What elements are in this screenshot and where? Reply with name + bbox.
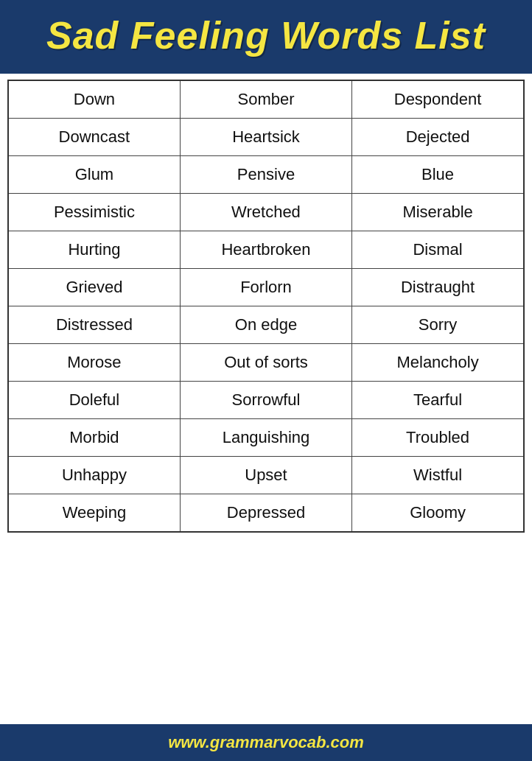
table-container: DownSomberDespondentDowncastHeartsickDej… bbox=[0, 74, 532, 724]
table-row: HurtingHeartbrokenDismal bbox=[8, 231, 524, 269]
table-cell: Forlorn bbox=[180, 269, 351, 306]
table-cell: Tearful bbox=[352, 382, 524, 419]
table-cell: Hurting bbox=[8, 231, 180, 269]
page-title: Sad Feeling Words List bbox=[46, 14, 486, 57]
table-cell: Morose bbox=[8, 344, 180, 382]
table-cell: Somber bbox=[180, 80, 351, 119]
page-footer: www.grammarvocab.com bbox=[0, 724, 532, 761]
table-cell: Glum bbox=[8, 156, 180, 194]
table-cell: Heartsick bbox=[180, 119, 351, 156]
table-cell: Dejected bbox=[352, 119, 524, 156]
table-row: GrievedForlornDistraught bbox=[8, 269, 524, 306]
words-table: DownSomberDespondentDowncastHeartsickDej… bbox=[7, 80, 525, 533]
table-cell: On edge bbox=[180, 306, 351, 344]
table-row: DownSomberDespondent bbox=[8, 80, 524, 119]
table-row: MorbidLanguishingTroubled bbox=[8, 419, 524, 457]
table-cell: Pessimistic bbox=[8, 194, 180, 231]
table-row: DowncastHeartsickDejected bbox=[8, 119, 524, 156]
page-header: Sad Feeling Words List bbox=[0, 0, 532, 74]
table-cell: Depressed bbox=[180, 494, 351, 533]
table-cell: Unhappy bbox=[8, 457, 180, 494]
table-cell: Wretched bbox=[180, 194, 351, 231]
table-cell: Doleful bbox=[8, 382, 180, 419]
table-row: DolefulSorrowfulTearful bbox=[8, 382, 524, 419]
table-cell: Dismal bbox=[352, 231, 524, 269]
table-row: WeepingDepressedGloomy bbox=[8, 494, 524, 533]
table-row: DistressedOn edgeSorry bbox=[8, 306, 524, 344]
table-cell: Troubled bbox=[352, 419, 524, 457]
table-cell: Melancholy bbox=[352, 344, 524, 382]
table-cell: Weeping bbox=[8, 494, 180, 533]
table-cell: Pensive bbox=[180, 156, 351, 194]
table-cell: Morbid bbox=[8, 419, 180, 457]
table-cell: Gloomy bbox=[352, 494, 524, 533]
table-row: MoroseOut of sortsMelancholy bbox=[8, 344, 524, 382]
table-cell: Distressed bbox=[8, 306, 180, 344]
table-cell: Despondent bbox=[352, 80, 524, 119]
table-cell: Languishing bbox=[180, 419, 351, 457]
footer-url: www.grammarvocab.com bbox=[168, 733, 364, 751]
table-cell: Heartbroken bbox=[180, 231, 351, 269]
table-row: GlumPensiveBlue bbox=[8, 156, 524, 194]
table-cell: Sorrowful bbox=[180, 382, 351, 419]
table-cell: Downcast bbox=[8, 119, 180, 156]
table-row: PessimisticWretchedMiserable bbox=[8, 194, 524, 231]
table-cell: Out of sorts bbox=[180, 344, 351, 382]
table-cell: Wistful bbox=[352, 457, 524, 494]
table-cell: Sorry bbox=[352, 306, 524, 344]
table-cell: Down bbox=[8, 80, 180, 119]
table-row: UnhappyUpsetWistful bbox=[8, 457, 524, 494]
table-cell: Distraught bbox=[352, 269, 524, 306]
table-cell: Upset bbox=[180, 457, 351, 494]
table-cell: Grieved bbox=[8, 269, 180, 306]
table-cell: Miserable bbox=[352, 194, 524, 231]
table-cell: Blue bbox=[352, 156, 524, 194]
